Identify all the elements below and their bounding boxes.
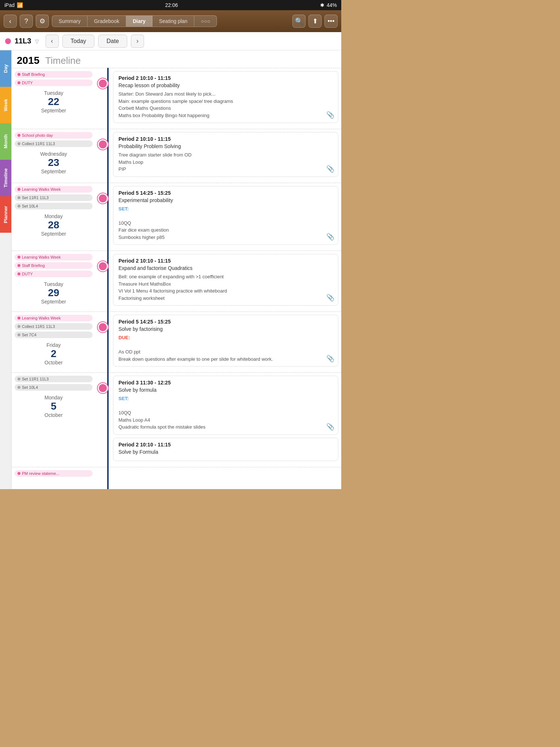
periods-sep22: Period 2 10:10 - 11:15 Recap lesson of p… bbox=[110, 68, 341, 129]
tab-diary[interactable]: Diary bbox=[126, 16, 152, 27]
events-sep23: School photo day Collect 11R1 11L3 Wedne… bbox=[12, 129, 96, 183]
class-bar: 11L3 ▽ ‹ Today Date › bbox=[0, 32, 341, 50]
next-arrow[interactable]: › bbox=[131, 35, 144, 48]
period-header: Period 3 11:30 - 12:25 bbox=[118, 380, 333, 386]
year-label: 2015 bbox=[17, 55, 39, 66]
timeline-dot bbox=[98, 383, 108, 393]
period-body: SET: 10QQ Fair dice exam question Sumboo… bbox=[118, 205, 333, 241]
period-body: Starter: Don Steward Jars most likely to… bbox=[118, 90, 333, 119]
event-label: Set 11R1 11L3 bbox=[22, 196, 48, 200]
event-collect-2[interactable]: Collect 11R1 11L3 bbox=[15, 323, 93, 330]
event-learning-walks-2[interactable]: Learning Walks Week bbox=[15, 254, 93, 260]
period-title: Experimental probability bbox=[118, 197, 333, 203]
period-body: DUE: As OD ppt Break down questions afte… bbox=[118, 334, 333, 363]
periods-oct2: Period 5 14:25 - 15:25 Solve by factoris… bbox=[110, 312, 341, 372]
battery-label: 44% bbox=[327, 2, 337, 8]
periods-oct5: Period 3 11:30 - 12:25 Solve by formula … bbox=[110, 373, 341, 467]
event-set-11r1-2[interactable]: Set 11R1 11L3 bbox=[15, 376, 93, 382]
date-section-sep23: School photo day Collect 11R1 11L3 Wedne… bbox=[12, 129, 341, 183]
day-name: Friday bbox=[15, 342, 93, 348]
date-number: 29 bbox=[15, 287, 93, 299]
help-button[interactable]: ? bbox=[20, 15, 33, 28]
set-label: SET: bbox=[118, 396, 129, 401]
event-duty-2[interactable]: DUTY bbox=[15, 271, 93, 277]
timeline-label: Timeline bbox=[45, 55, 81, 66]
nav-right: 🔍 ⬆ ••• bbox=[292, 15, 338, 28]
event-set-11r1[interactable]: Set 11R1 11L3 bbox=[15, 194, 93, 201]
date-section-bottom: PM review stateme... bbox=[12, 467, 341, 489]
side-tab-week[interactable]: Week bbox=[0, 87, 11, 123]
date-month: September bbox=[15, 299, 93, 305]
event-label: Collect 11R1 11L3 bbox=[22, 324, 55, 329]
events-sep22: Staff Briefing DUTY Tuesday 22 September bbox=[12, 68, 96, 129]
period-header: Period 2 10:10 - 11:15 bbox=[118, 258, 333, 264]
periods-bottom bbox=[110, 467, 341, 489]
event-pm-review[interactable]: PM review stateme... bbox=[15, 470, 93, 477]
period-card: Period 2 10:10 - 11:15 Probability Probl… bbox=[113, 132, 338, 177]
date-month: September bbox=[15, 169, 93, 174]
date-number: 28 bbox=[15, 219, 93, 231]
period-title: Solve by factorising bbox=[118, 326, 333, 332]
event-set-7c4[interactable]: Set 7C4 bbox=[15, 332, 93, 338]
event-dot bbox=[18, 188, 20, 191]
event-collect[interactable]: Collect 11R1 11L3 bbox=[15, 140, 93, 147]
event-dot bbox=[18, 264, 20, 267]
event-dot bbox=[18, 378, 20, 380]
side-tab-day[interactable]: Day bbox=[0, 50, 11, 87]
event-learning-walks-3[interactable]: Learning Walks Week bbox=[15, 315, 93, 321]
attachment-icon: 📎 bbox=[326, 233, 334, 241]
tab-seating-plan[interactable]: Seating plan bbox=[152, 16, 194, 27]
date-section-sep22: Staff Briefing DUTY Tuesday 22 September bbox=[12, 68, 341, 129]
top-nav: ‹ ? ⚙ Summary Gradebook Diary Seating pl… bbox=[0, 10, 341, 32]
events-oct2: Learning Walks Week Collect 11R1 11L3 Se… bbox=[12, 312, 96, 372]
tab-summary[interactable]: Summary bbox=[52, 16, 88, 27]
side-tab-month[interactable]: Month bbox=[0, 123, 11, 160]
event-learning-walks[interactable]: Learning Walks Week bbox=[15, 186, 93, 193]
event-set-10l4-2[interactable]: Set 10L4 bbox=[15, 384, 93, 391]
overflow-button[interactable]: ••• bbox=[324, 15, 338, 28]
event-dot bbox=[18, 386, 20, 389]
attachment-icon: 📎 bbox=[326, 165, 334, 173]
settings-button[interactable]: ⚙ bbox=[36, 15, 49, 28]
period-card: Period 5 14:25 - 15:25 Solve by factoris… bbox=[113, 315, 338, 367]
event-label: Learning Walks Week bbox=[22, 187, 61, 191]
date-button[interactable]: Date bbox=[98, 35, 127, 48]
event-label: Set 10L4 bbox=[22, 385, 38, 390]
date-month: October bbox=[15, 360, 93, 365]
periods-sep29: Period 2 10:10 - 11:15 Expand and factor… bbox=[110, 251, 341, 311]
event-label: DUTY bbox=[22, 272, 33, 276]
event-staff-briefing[interactable]: Staff Briefing bbox=[15, 71, 93, 78]
period-body: Bell: one example of expanding with >1 c… bbox=[118, 273, 333, 302]
class-name-label: 11L3 bbox=[15, 37, 31, 45]
event-set-10l4[interactable]: Set 10L4 bbox=[15, 203, 93, 209]
event-label: Learning Walks Week bbox=[22, 255, 61, 259]
periods-sep23: Period 2 10:10 - 11:15 Probability Probl… bbox=[110, 129, 341, 183]
attachment-icon: 📎 bbox=[326, 294, 334, 302]
class-dropdown-icon[interactable]: ▽ bbox=[35, 38, 39, 44]
due-label: DUE: bbox=[118, 335, 130, 340]
event-label: Set 11R1 11L3 bbox=[22, 377, 48, 381]
events-list: Set 11R1 11L3 Set 10L4 bbox=[15, 376, 93, 392]
tab-gradebook[interactable]: Gradebook bbox=[88, 16, 126, 27]
events-list: PM review stateme... bbox=[15, 470, 93, 478]
prev-arrow[interactable]: ‹ bbox=[46, 35, 59, 48]
period-header: Period 2 10:10 - 11:15 bbox=[118, 442, 333, 448]
period-header: Period 5 14:25 - 15:25 bbox=[118, 319, 333, 325]
side-tab-timeline[interactable]: Timeline bbox=[0, 160, 11, 196]
today-button[interactable]: Today bbox=[62, 35, 95, 48]
timeline-content: Staff Briefing DUTY Tuesday 22 September bbox=[12, 68, 341, 489]
side-tab-planner[interactable]: Planner bbox=[0, 196, 11, 233]
event-duty[interactable]: DUTY bbox=[15, 80, 93, 86]
period-header: Period 2 10:10 - 11:15 bbox=[118, 136, 333, 142]
event-dot bbox=[18, 81, 20, 84]
period-card: Period 2 10:10 - 11:15 Expand and factor… bbox=[113, 254, 338, 306]
date-label-sep23: Wednesday 23 September bbox=[15, 148, 93, 176]
back-button[interactable]: ‹ bbox=[4, 15, 17, 28]
search-button[interactable]: 🔍 bbox=[292, 15, 306, 28]
event-staff-briefing-2[interactable]: Staff Briefing bbox=[15, 262, 93, 269]
share-button[interactable]: ⬆ bbox=[308, 15, 322, 28]
event-dot bbox=[18, 73, 20, 76]
events-sep28: Learning Walks Week Set 11R1 11L3 Set 10… bbox=[12, 183, 96, 251]
event-school-photo[interactable]: School photo day bbox=[15, 132, 93, 139]
tab-more[interactable]: ○○○ bbox=[194, 16, 217, 27]
